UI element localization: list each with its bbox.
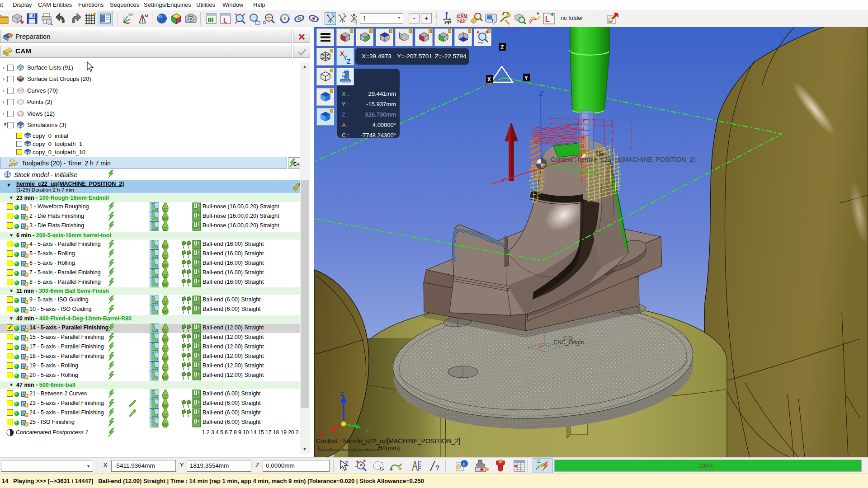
- svg-text:PP: PP: [444, 20, 451, 25]
- svg-text:Y: Y: [524, 75, 528, 81]
- svg-text:>23: >23: [457, 19, 465, 24]
- svg-text:CAM: CAM: [457, 14, 467, 19]
- svg-text:L: L: [545, 15, 550, 23]
- svg-text:X: X: [487, 76, 491, 83]
- svg-text:Context : hermle_c22_up[MACHIN: Context : hermle_c22_up[MACHINE_POSITION…: [551, 156, 695, 163]
- svg-text:WZ: WZ: [608, 21, 613, 23]
- svg-text:i: i: [463, 461, 465, 467]
- svg-text:Z: Z: [340, 390, 344, 397]
- svg-text:Y: Y: [595, 172, 600, 178]
- svg-text:Z: Z: [355, 22, 358, 24]
- svg-text:Z: Z: [347, 58, 351, 64]
- svg-text:?: ?: [345, 460, 348, 465]
- svg-text:50(mm): 50(mm): [379, 445, 400, 451]
- svg-text:Z: Z: [500, 44, 504, 51]
- svg-text:Context : hermle_c22_up[MACHIN: Context : hermle_c22_up[MACHINE_POSITION…: [316, 437, 460, 445]
- svg-text:?: ?: [435, 464, 439, 471]
- svg-text:X: X: [331, 13, 334, 16]
- svg-text:X: X: [500, 177, 505, 184]
- svg-text:Z: Z: [538, 89, 543, 97]
- svg-text:Y: Y: [343, 13, 345, 16]
- svg-text:CNC_Origin: CNC_Origin: [553, 339, 584, 346]
- svg-text:Y: Y: [365, 427, 369, 434]
